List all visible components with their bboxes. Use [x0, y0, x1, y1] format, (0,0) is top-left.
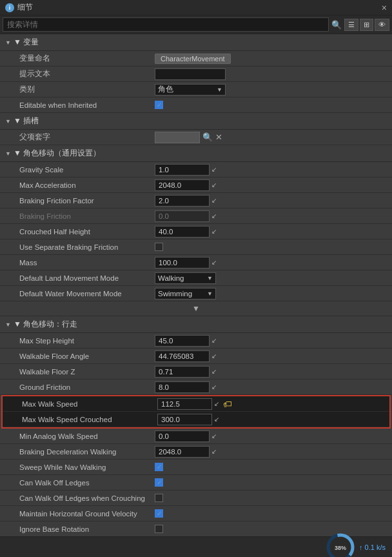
slot-clear-button[interactable]: ✕: [215, 132, 222, 142]
search-button[interactable]: 🔍: [331, 20, 342, 30]
ground-friction-value: ↙: [155, 381, 387, 393]
min-analog-walk-speed-input[interactable]: [155, 430, 210, 442]
max-walk-speed-crouched-arrow: ↙: [214, 416, 219, 423]
water-movement-dropdown[interactable]: Swimming ▼: [155, 288, 216, 299]
braking-friction-row: Braking Friction ↙: [0, 208, 392, 224]
water-movement-mode-label: Default Water Movement Mode: [19, 290, 155, 298]
can-walk-off-ledges-checkbox[interactable]: [155, 478, 163, 487]
variables-section-header[interactable]: ▼ ▼ 变量: [0, 34, 392, 51]
walkable-floor-z-row: Walkable Floor Z ↙: [0, 364, 392, 380]
svg-text:38%: 38%: [335, 545, 346, 551]
fps-info: ↑ 0.1 k/s: [359, 543, 386, 551]
selected-group: Max Walk Speed ↙ 🏷 Max Walk Speed Crouch…: [1, 395, 391, 429]
walkable-floor-z-arrow: ↙: [211, 368, 217, 375]
walkable-floor-z-input[interactable]: [155, 366, 210, 378]
ground-friction-input[interactable]: [155, 381, 210, 393]
close-button[interactable]: ×: [382, 3, 387, 13]
can-walk-off-ledges-crouching-row: Can Walk Off Ledges when Crouching: [0, 491, 392, 506]
fps-circle-container: 38%: [326, 532, 355, 558]
mass-label: Mass: [19, 259, 155, 267]
walking-section-header[interactable]: ▼ ▼ 角色移动：行走: [0, 316, 392, 333]
mass-input[interactable]: [155, 257, 210, 268]
max-acceleration-input[interactable]: [155, 179, 210, 191]
slots-section-header[interactable]: ▼ ▼ 插槽: [0, 113, 392, 130]
parent-slot-value: 🔍 ✕: [155, 132, 222, 143]
fps-circle-svg: 38%: [326, 532, 355, 558]
max-walk-speed-value: ↙ 🏷: [157, 398, 384, 410]
slot-input-field[interactable]: [155, 132, 200, 143]
braking-friction-factor-input[interactable]: [155, 195, 210, 207]
min-analog-walk-speed-row: Min Analog Walk Speed ↙: [0, 429, 392, 444]
grid-view-button[interactable]: ⊞: [360, 19, 373, 31]
search-bar: 🔍 ☰ ⊞ 👁: [0, 15, 392, 34]
sweep-nav-walking-row: Sweep While Nav Walking: [0, 460, 392, 475]
can-walk-off-ledges-crouching-checkbox[interactable]: [155, 494, 163, 502]
gravity-scale-input[interactable]: [155, 164, 210, 176]
crouched-half-height-value: ↙: [155, 226, 387, 238]
max-acceleration-value: ↙: [155, 179, 387, 191]
walkable-floor-angle-value: ↙: [155, 350, 387, 362]
max-walk-speed-crouched-input[interactable]: [157, 414, 212, 425]
maintain-horizontal-velocity-checkbox[interactable]: [155, 509, 163, 518]
max-step-height-input[interactable]: [155, 335, 210, 347]
braking-friction-factor-arrow: ↙: [211, 197, 217, 204]
collapse-triangle: ▼: [5, 39, 11, 46]
max-step-height-row: Max Step Height ↙: [0, 333, 392, 349]
braking-decel-walking-label: Braking Deceleration Walking: [19, 448, 155, 456]
ignore-base-rotation-label: Ignore Base Rotation: [19, 525, 155, 533]
char-movement-section-header[interactable]: ▼ ▼ 角色移动（通用设置）: [0, 145, 392, 162]
tooltip-value[interactable]: [155, 68, 387, 80]
category-value: 角色: [158, 84, 173, 95]
variable-category-row: 类别 角色 ▼: [0, 82, 392, 97]
category-label: 类别: [19, 85, 155, 94]
can-walk-off-ledges-crouching-value: [155, 494, 387, 502]
land-movement-dropdown[interactable]: Walking ▼: [155, 272, 216, 284]
speed-up-arrow: ↑ 0.1 k/s: [359, 543, 386, 551]
walkable-floor-z-value: ↙: [155, 366, 387, 378]
land-movement-value: Walking: [158, 274, 184, 282]
can-walk-off-ledges-row: Can Walk Off Ledges: [0, 475, 392, 491]
can-walk-off-ledges-value: [155, 478, 387, 487]
max-step-height-value: ↙: [155, 335, 387, 347]
land-movement-arrow-icon: ▼: [207, 275, 213, 281]
list-view-button[interactable]: ☰: [344, 19, 358, 31]
water-movement-mode-value: Swimming ▼: [155, 288, 387, 299]
category-dropdown[interactable]: 角色 ▼: [155, 84, 226, 96]
max-acceleration-label: Max Acceleration: [19, 181, 155, 189]
gravity-scale-row: Gravity Scale ↙: [0, 162, 392, 177]
expand-more[interactable]: ▼: [0, 301, 392, 316]
braking-friction-input[interactable]: [155, 210, 210, 222]
search-input[interactable]: [3, 17, 329, 32]
ignore-base-rotation-checkbox[interactable]: [155, 525, 163, 533]
eye-button[interactable]: 👁: [375, 19, 389, 31]
max-step-height-arrow: ↙: [211, 337, 217, 344]
slot-search-button[interactable]: 🔍: [202, 132, 213, 142]
braking-decel-walking-row: Braking Deceleration Walking ↙: [0, 444, 392, 460]
water-movement-arrow-icon: ▼: [207, 290, 213, 297]
braking-friction-value: ↙: [155, 210, 387, 222]
max-walk-speed-input[interactable]: [157, 398, 212, 410]
title-bar: i 细节 ×: [0, 0, 392, 15]
tooltip-input[interactable]: [155, 68, 226, 80]
max-walk-speed-label: Max Walk Speed: [22, 400, 157, 408]
walking-label: ▼ 角色移动：行走: [14, 319, 77, 330]
info-icon: i: [5, 3, 14, 12]
dropdown-arrow-icon: ▼: [217, 86, 222, 93]
land-movement-mode-value: Walking ▼: [155, 272, 387, 284]
use-separate-braking-checkbox[interactable]: [155, 243, 163, 251]
editable-checkbox[interactable]: [155, 101, 163, 109]
sweep-nav-walking-checkbox[interactable]: [155, 463, 163, 471]
braking-friction-factor-value: ↙: [155, 195, 387, 207]
ground-friction-label: Ground Friction: [19, 383, 155, 391]
walkable-floor-angle-label: Walkable Floor Angle: [19, 352, 155, 360]
braking-decel-walking-input[interactable]: [155, 446, 210, 458]
maintain-horizontal-velocity-label: Maintain Horizontal Ground Velocity: [19, 510, 155, 518]
max-walk-speed-crouched-row: Max Walk Speed Crouched ↙: [3, 412, 389, 427]
crouched-half-height-input[interactable]: [155, 226, 210, 238]
tag-icon: 🏷: [223, 399, 232, 409]
land-movement-mode-row: Default Land Movement Mode Walking ▼: [0, 270, 392, 286]
braking-friction-factor-label: Braking Friction Factor: [19, 197, 155, 205]
variable-name-row: 变量命名 CharacterMovement: [0, 51, 392, 66]
walkable-floor-angle-input[interactable]: [155, 350, 210, 362]
walkable-floor-angle-arrow: ↙: [211, 352, 217, 360]
